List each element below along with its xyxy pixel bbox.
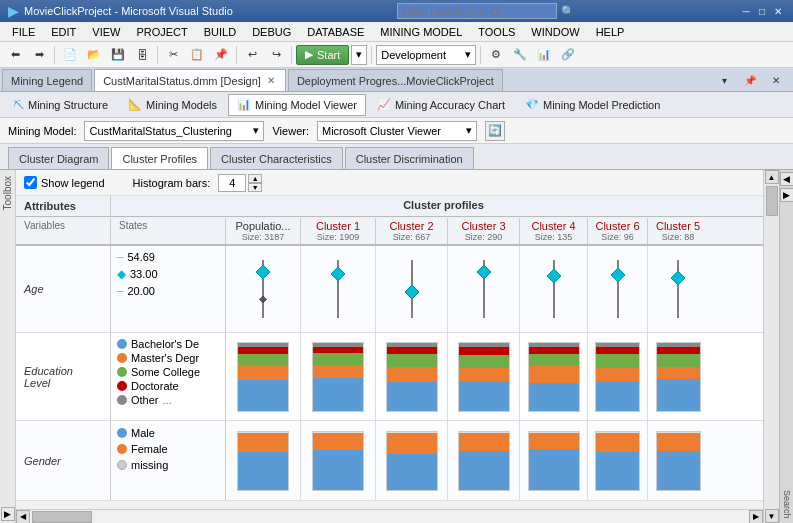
toolbox-label[interactable]: Toolbox bbox=[2, 176, 13, 210]
variables-col-header: Variables bbox=[16, 218, 111, 244]
gender-state-female: Female bbox=[117, 441, 219, 457]
viewer-select[interactable]: Microsoft Cluster Viewer ▾ bbox=[317, 121, 477, 141]
maximize-button[interactable]: □ bbox=[755, 4, 769, 18]
menu-tools[interactable]: TOOLS bbox=[470, 24, 523, 40]
spin-up[interactable]: ▲ bbox=[248, 174, 262, 183]
tab-cluster-discrimination[interactable]: Cluster Discrimination bbox=[345, 147, 474, 169]
panel-collapse-left[interactable]: ◀ bbox=[780, 172, 794, 186]
cluster-2-size: Size: 667 bbox=[380, 232, 443, 242]
spin-down[interactable]: ▼ bbox=[248, 183, 262, 192]
right-scrollbar: ▲ ▼ bbox=[763, 170, 779, 523]
close-button[interactable]: ✕ bbox=[771, 4, 785, 18]
age-attr-cell: Age bbox=[16, 245, 111, 332]
scroll-down-btn[interactable]: ▼ bbox=[765, 509, 779, 523]
toolbar-btn-redo[interactable]: ↪ bbox=[265, 44, 287, 66]
model-select[interactable]: CustMaritalStatus_Clustering ▾ bbox=[84, 121, 264, 141]
toolbar-btn-open[interactable]: 📂 bbox=[83, 44, 105, 66]
menu-database[interactable]: DATABASE bbox=[299, 24, 372, 40]
gender-c4-bar bbox=[528, 431, 580, 491]
cluster-tabs: Cluster Diagram Cluster Profiles Cluster… bbox=[0, 144, 793, 170]
refresh-button[interactable]: 🔄 bbox=[485, 121, 505, 141]
histogram-input[interactable]: 4 bbox=[218, 174, 246, 192]
tab-close-all-btn[interactable]: ✕ bbox=[765, 69, 787, 91]
bar-seg-4 bbox=[596, 347, 639, 354]
bar-male bbox=[313, 450, 363, 489]
toolbox-arrow[interactable]: ▶ bbox=[1, 507, 15, 521]
tab-cluster-diagram[interactable]: Cluster Diagram bbox=[8, 147, 109, 169]
btn-mining-models[interactable]: 📐 Mining Models bbox=[119, 94, 226, 116]
tab-cluster-profiles[interactable]: Cluster Profiles bbox=[111, 147, 208, 169]
age-pop-cell bbox=[226, 245, 301, 332]
gender-attr-cell: Gender bbox=[16, 421, 111, 500]
tab-mining-legend[interactable]: Mining Legend bbox=[2, 69, 92, 91]
tab-pin-btn[interactable]: 📌 bbox=[739, 69, 761, 91]
btn-mining-structure[interactable]: ⛏ Mining Structure bbox=[4, 94, 117, 116]
menu-file[interactable]: FILE bbox=[4, 24, 43, 40]
minimize-button[interactable]: ─ bbox=[739, 4, 753, 18]
bar-male bbox=[238, 452, 288, 490]
scroll-thumb-h[interactable] bbox=[32, 511, 92, 523]
quick-launch-input[interactable] bbox=[397, 3, 557, 19]
toolbar-btn-copy[interactable]: 📋 bbox=[186, 44, 208, 66]
dev-dropdown[interactable]: Development ▾ bbox=[376, 45, 476, 65]
menu-view[interactable]: VIEW bbox=[84, 24, 128, 40]
vs-logo: ▶ bbox=[8, 4, 18, 19]
tab-custmarital[interactable]: CustMaritalStatus.dmm [Design] ✕ bbox=[94, 69, 286, 91]
bar-seg-4 bbox=[529, 347, 579, 354]
scroll-up-btn[interactable]: ▲ bbox=[765, 170, 779, 184]
bar-male bbox=[529, 449, 579, 490]
gender-c6-cell bbox=[588, 421, 648, 500]
bar-seg-2 bbox=[387, 367, 437, 382]
toolbar-btn-cut[interactable]: ✂ bbox=[162, 44, 184, 66]
menu-project[interactable]: PROJECT bbox=[128, 24, 195, 40]
tab-list-btn[interactable]: ▾ bbox=[713, 69, 735, 91]
row-age: Age ─ 54.69 ◆ 33.00 ─ 20.00 bbox=[16, 245, 763, 333]
bar-seg-3 bbox=[657, 354, 700, 367]
toolbar-btn-saveall[interactable]: 🗄 bbox=[131, 44, 153, 66]
toolbar-btn-extra1[interactable]: ⚙ bbox=[485, 44, 507, 66]
bar-seg-1 bbox=[459, 381, 509, 411]
edu-state-bachelors: Bachelor's De bbox=[117, 337, 219, 351]
edu-masters-dot bbox=[117, 353, 127, 363]
tab-custmarital-close[interactable]: ✕ bbox=[265, 75, 277, 86]
age-state-33: ◆ 33.00 bbox=[117, 265, 219, 283]
menu-mining-model[interactable]: MINING MODEL bbox=[372, 24, 470, 40]
toolbar-btn-extra2[interactable]: 🔧 bbox=[509, 44, 531, 66]
btn-accuracy-chart[interactable]: 📈 Mining Accuracy Chart bbox=[368, 94, 514, 116]
bar-seg-4 bbox=[313, 347, 363, 354]
histogram-spinner: 4 ▲ ▼ bbox=[218, 174, 262, 192]
panel-collapse-right[interactable]: ▶ bbox=[780, 188, 794, 202]
toolbar-btn-fwd[interactable]: ➡ bbox=[28, 44, 50, 66]
menu-help[interactable]: HELP bbox=[588, 24, 633, 40]
scroll-left-btn[interactable]: ◀ bbox=[16, 510, 30, 524]
menu-build[interactable]: BUILD bbox=[196, 24, 244, 40]
menu-debug[interactable]: DEBUG bbox=[244, 24, 299, 40]
toolbar-btn-undo[interactable]: ↩ bbox=[241, 44, 263, 66]
btn-model-prediction[interactable]: 💎 Mining Model Prediction bbox=[516, 94, 669, 116]
toolbar-btn-back[interactable]: ⬅ bbox=[4, 44, 26, 66]
title-bar-controls: ─ □ ✕ bbox=[739, 4, 785, 18]
toolbar-btn-save[interactable]: 💾 bbox=[107, 44, 129, 66]
svg-marker-10 bbox=[547, 269, 561, 283]
show-legend-checkbox[interactable] bbox=[24, 176, 37, 189]
menu-edit[interactable]: EDIT bbox=[43, 24, 84, 40]
main-toolbar: ⬅ ➡ 📄 📂 💾 🗄 ✂ 📋 📌 ↩ ↪ ▶ Start ▾ Developm… bbox=[0, 42, 793, 68]
scroll-right-btn[interactable]: ▶ bbox=[749, 510, 763, 524]
tab-cluster-characteristics[interactable]: Cluster Characteristics bbox=[210, 147, 343, 169]
search-panel-label: Search bbox=[782, 490, 792, 523]
toolbar-btn-extra3[interactable]: 📊 bbox=[533, 44, 555, 66]
education-attr-cell: Education Level bbox=[16, 333, 111, 420]
tab-deployment[interactable]: Deployment Progres...MovieClickProject bbox=[288, 69, 503, 91]
start-dropdown[interactable]: ▾ bbox=[351, 45, 367, 65]
start-button[interactable]: ▶ Start bbox=[296, 45, 349, 65]
btn-mining-viewer[interactable]: 📊 Mining Model Viewer bbox=[228, 94, 366, 116]
toolbar-btn-new[interactable]: 📄 bbox=[59, 44, 81, 66]
toolbox-expand-arrow[interactable]: ▶ bbox=[1, 507, 15, 521]
toolbar-btn-extra4[interactable]: 🔗 bbox=[557, 44, 579, 66]
menu-window[interactable]: WINDOW bbox=[523, 24, 587, 40]
edu-state-other: Other ... bbox=[117, 393, 219, 407]
show-legend-checkbox-label[interactable]: Show legend bbox=[24, 176, 105, 189]
toolbar-btn-paste[interactable]: 📌 bbox=[210, 44, 232, 66]
edu-c6-cell bbox=[588, 333, 648, 420]
scroll-thumb-v[interactable] bbox=[766, 186, 778, 216]
